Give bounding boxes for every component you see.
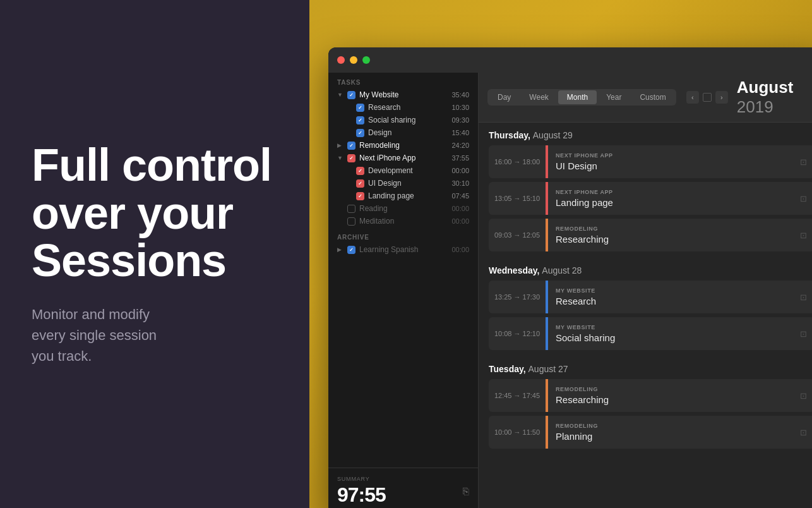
expand-icon: ▼ bbox=[337, 92, 343, 98]
task-time: 00:00 bbox=[451, 246, 469, 253]
task-label: Meditation bbox=[359, 217, 448, 226]
task-label: Reading bbox=[359, 204, 448, 213]
task-checkbox[interactable] bbox=[347, 217, 355, 226]
tab-day[interactable]: Day bbox=[489, 90, 520, 104]
list-item[interactable]: ✓ Research 10:30 bbox=[328, 101, 478, 114]
expand-icon: ▼ bbox=[337, 155, 343, 161]
session-info: REMODELING Researching bbox=[548, 379, 792, 412]
prev-month-button[interactable]: ‹ bbox=[686, 91, 699, 104]
calendar-month-title: August 2019 bbox=[737, 78, 812, 117]
day-header: Tuesday, August 27 bbox=[489, 364, 812, 374]
list-item[interactable]: ✓ Development 00:00 bbox=[328, 164, 478, 177]
task-time: 15:40 bbox=[451, 129, 469, 136]
session-edit-icon[interactable]: ⊡ bbox=[792, 219, 812, 251]
next-month-button[interactable]: › bbox=[715, 91, 728, 104]
day-section-thu: Thursday, August 29 16:00 → 18:00 NEXT I… bbox=[479, 123, 812, 258]
list-item[interactable]: ✓ Landing page 07:45 bbox=[328, 190, 478, 202]
task-label: Research bbox=[368, 103, 448, 112]
task-time: 37:55 bbox=[451, 154, 469, 162]
list-item[interactable]: ✓ Social sharing 09:30 bbox=[328, 114, 478, 126]
tab-month[interactable]: Month bbox=[558, 90, 597, 104]
task-checkbox[interactable]: ✓ bbox=[347, 246, 355, 254]
hero-subtitle: Monitor and modifyevery single sessionyo… bbox=[32, 304, 278, 366]
traffic-light-green[interactable] bbox=[362, 56, 370, 64]
mac-window: Tasks ▼ ✓ My Website 35:40 ✓ Research 10… bbox=[328, 47, 812, 508]
day-section-tue: Tuesday, August 27 12:45 → 17:45 REMODEL… bbox=[479, 356, 812, 455]
day-header: Thursday, August 29 bbox=[489, 130, 812, 140]
task-time: 00:00 bbox=[451, 205, 469, 212]
task-checkbox[interactable] bbox=[347, 205, 355, 213]
session-time: 12:45 → 17:45 bbox=[489, 379, 546, 412]
task-checkbox[interactable]: ✓ bbox=[347, 91, 355, 99]
day-section-wed: Wednesday, August 28 13:25 → 17:30 MY WE… bbox=[479, 258, 812, 356]
archive-section-header: Archive bbox=[328, 227, 478, 243]
session-time: 09:03 → 12:05 bbox=[489, 219, 546, 251]
task-checkbox[interactable]: ✓ bbox=[356, 104, 364, 112]
task-label: My Website bbox=[359, 90, 448, 99]
session-info: REMODELING Planning bbox=[548, 416, 792, 449]
session-edit-icon[interactable]: ⊡ bbox=[792, 379, 812, 412]
list-item[interactable]: ▼ ✓ My Website 35:40 bbox=[328, 88, 478, 101]
hero-title: Full control over your Sessions bbox=[32, 142, 278, 285]
session-time: 10:08 → 12:10 bbox=[489, 317, 546, 350]
summary-bar: Summary 97:55 ⎘ bbox=[328, 468, 478, 508]
session-info: REMODELING Researching bbox=[548, 219, 792, 251]
session-item[interactable]: 12:45 → 17:45 REMODELING Researching ⊡ bbox=[489, 379, 812, 412]
today-button[interactable] bbox=[703, 93, 712, 102]
session-edit-icon[interactable]: ⊡ bbox=[792, 317, 812, 350]
task-checkbox[interactable]: ✓ bbox=[356, 116, 364, 124]
task-time: 07:45 bbox=[451, 192, 469, 200]
session-info: MY WEBSITE Social sharing bbox=[548, 317, 792, 350]
task-checkbox[interactable]: ✓ bbox=[347, 154, 355, 162]
task-checkbox[interactable]: ✓ bbox=[347, 142, 355, 150]
session-time: 13:05 → 15:10 bbox=[489, 182, 546, 215]
right-panel: Tasks ▼ ✓ My Website 35:40 ✓ Research 10… bbox=[309, 0, 812, 508]
tasks-section-header: Tasks bbox=[328, 73, 478, 88]
task-checkbox[interactable]: ✓ bbox=[356, 179, 364, 188]
view-tabs: Day Week Month Year Custom bbox=[487, 89, 676, 106]
copy-icon[interactable]: ⎘ bbox=[463, 486, 469, 497]
list-item[interactable]: Meditation 00:00 bbox=[328, 215, 478, 227]
session-edit-icon[interactable]: ⊡ bbox=[792, 182, 812, 215]
task-checkbox[interactable]: ✓ bbox=[356, 167, 364, 175]
session-item[interactable]: 10:08 → 12:10 MY WEBSITE Social sharing … bbox=[489, 317, 812, 350]
task-label: Design bbox=[368, 128, 448, 137]
task-time: 10:30 bbox=[451, 104, 469, 111]
list-item[interactable]: ✓ Design 15:40 bbox=[328, 126, 478, 139]
session-edit-icon[interactable]: ⊡ bbox=[792, 281, 812, 313]
task-label: Social sharing bbox=[368, 116, 448, 124]
expand-icon: ▶ bbox=[337, 246, 343, 253]
session-info: MY WEBSITE Research bbox=[548, 281, 792, 313]
session-item[interactable]: 16:00 → 18:00 NEXT IPHONE APP UI Design … bbox=[489, 145, 812, 178]
titlebar bbox=[328, 47, 812, 73]
session-edit-icon[interactable]: ⊡ bbox=[792, 145, 812, 178]
list-item[interactable]: ✓ UI Design 30:10 bbox=[328, 177, 478, 190]
tab-custom[interactable]: Custom bbox=[631, 90, 674, 104]
task-time: 30:10 bbox=[451, 179, 469, 187]
task-checkbox[interactable]: ✓ bbox=[356, 192, 364, 200]
session-edit-icon[interactable]: ⊡ bbox=[792, 416, 812, 449]
summary-label: Summary bbox=[337, 476, 386, 482]
list-item[interactable]: Reading 00:00 bbox=[328, 202, 478, 215]
sidebar: Tasks ▼ ✓ My Website 35:40 ✓ Research 10… bbox=[328, 73, 479, 508]
list-item[interactable]: ▶ ✓ Remodeling 24:20 bbox=[328, 139, 478, 152]
session-time: 13:25 → 17:30 bbox=[489, 281, 546, 313]
calendar-nav: Day Week Month Year Custom ‹ › August 20… bbox=[479, 73, 812, 123]
session-item[interactable]: 13:25 → 17:30 MY WEBSITE Research ⊡ bbox=[489, 281, 812, 313]
session-item[interactable]: 13:05 → 15:10 NEXT IPHONE APP Landing pa… bbox=[489, 182, 812, 215]
list-item[interactable]: ▼ ✓ Next iPhone App 37:55 bbox=[328, 152, 478, 164]
window-content: Tasks ▼ ✓ My Website 35:40 ✓ Research 10… bbox=[328, 73, 812, 508]
session-item[interactable]: 10:00 → 11:50 REMODELING Planning ⊡ bbox=[489, 416, 812, 449]
list-item[interactable]: ▶ ✓ Learning Spanish 00:00 bbox=[328, 243, 478, 256]
session-time: 16:00 → 18:00 bbox=[489, 145, 546, 178]
tab-week[interactable]: Week bbox=[520, 90, 557, 104]
task-time: 00:00 bbox=[451, 217, 469, 225]
task-time: 24:20 bbox=[451, 142, 469, 149]
task-time: 09:30 bbox=[451, 116, 469, 124]
tab-year[interactable]: Year bbox=[597, 90, 630, 104]
traffic-light-yellow[interactable] bbox=[350, 56, 357, 64]
task-checkbox[interactable]: ✓ bbox=[356, 129, 364, 137]
session-info: NEXT IPHONE APP Landing page bbox=[548, 182, 792, 215]
traffic-light-red[interactable] bbox=[337, 56, 345, 64]
session-item[interactable]: 09:03 → 12:05 REMODELING Researching ⊡ bbox=[489, 219, 812, 251]
